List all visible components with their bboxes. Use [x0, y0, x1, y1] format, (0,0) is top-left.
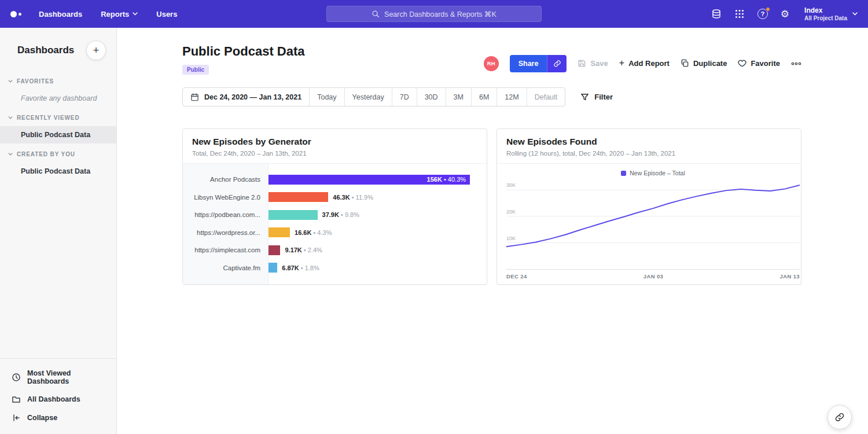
- x-axis-labels: DEC 24 JAN 03 JAN 13: [506, 270, 800, 284]
- date-preset-yesterday[interactable]: Yesterday: [344, 88, 392, 106]
- save-button[interactable]: Save: [578, 59, 608, 68]
- date-preset-3m[interactable]: 3M: [446, 88, 471, 106]
- bar-row: https://wordpress.or...16.6K • 4.3%: [183, 224, 475, 242]
- date-preset-6m[interactable]: 6M: [471, 88, 496, 106]
- nav-item-dashboards[interactable]: Dashboards: [39, 10, 82, 19]
- sidebar-footer: Most Viewed Dashboards All Dashboards Co…: [0, 358, 116, 434]
- most-viewed-dashboards-link[interactable]: Most Viewed Dashboards: [0, 365, 116, 390]
- primary-nav: Dashboards Reports Users: [39, 10, 177, 19]
- share-split-button: Share: [510, 55, 567, 72]
- sidebar: Dashboards + FAVORITES Favorite any dash…: [0, 28, 117, 434]
- share-button[interactable]: Share: [510, 55, 547, 72]
- bar-segment[interactable]: [269, 245, 280, 255]
- date-range-picker[interactable]: Dec 24, 2020 — Jan 13, 2021: [183, 88, 309, 106]
- collapse-icon: [12, 413, 21, 422]
- favorite-button[interactable]: Favorite: [738, 59, 780, 68]
- bar-value-label: 16.6K • 4.3%: [295, 229, 332, 236]
- clock-icon: [12, 373, 21, 382]
- svg-text:30K: 30K: [506, 182, 516, 188]
- main-content: Public Podcast Data Public RH Share Save…: [117, 28, 868, 434]
- global-search-input[interactable]: Search Dashboards & Reports ⌘K: [326, 6, 542, 22]
- help-icon[interactable]: ?: [757, 9, 768, 19]
- bar-segment[interactable]: [269, 227, 290, 237]
- more-options-button[interactable]: [791, 62, 801, 65]
- bar-category-label: https://wordpress.or...: [183, 229, 269, 236]
- bar-value-label: 9.17K • 2.4%: [285, 247, 322, 253]
- nav-item-reports[interactable]: Reports: [101, 10, 138, 19]
- project-selector[interactable]: Index All Project Data: [804, 6, 858, 22]
- duplicate-button[interactable]: Duplicate: [681, 59, 727, 68]
- card-subtitle: Rolling (12 hours), total, Dec 24th, 202…: [506, 150, 792, 157]
- sidebar-section-created-by-you: CREATED BY YOU Public Podcast Data: [0, 146, 116, 180]
- date-preset-default[interactable]: Default: [527, 88, 565, 106]
- section-header-favorites[interactable]: FAVORITES: [0, 73, 116, 90]
- section-label: CREATED BY YOU: [17, 151, 75, 157]
- chevron-down-icon: [133, 12, 138, 16]
- add-report-button[interactable]: + Add Report: [619, 59, 670, 68]
- legend-item[interactable]: New Episode – Total: [506, 164, 800, 179]
- line-chart-svg: 10K20K30K: [506, 179, 800, 269]
- data-source-icon[interactable]: [711, 9, 722, 19]
- bar-rows: Anchor Podcasts156K • 40.3%Libsyn WebEng…: [183, 171, 475, 277]
- date-preset-12m[interactable]: 12M: [496, 88, 526, 106]
- save-label: Save: [590, 59, 608, 68]
- bar-category-label: Captivate.fm: [183, 264, 269, 271]
- nav-item-users[interactable]: Users: [156, 10, 177, 19]
- bar-segment[interactable]: [269, 210, 318, 220]
- bar-segment[interactable]: [269, 263, 277, 273]
- card-new-episodes-by-generator: New Episodes by Generator Total, Dec 24t…: [182, 128, 487, 285]
- section-header-created-by-you[interactable]: CREATED BY YOU: [0, 146, 116, 163]
- bar-row: https://podbean.com...37.9K • 9.8%: [183, 206, 475, 224]
- sidebar-title: Dashboards: [17, 45, 74, 56]
- all-dashboards-link[interactable]: All Dashboards: [0, 390, 116, 409]
- filter-button[interactable]: Filter: [580, 93, 613, 101]
- date-preset-today[interactable]: Today: [309, 88, 344, 106]
- chevron-down-icon: [8, 153, 13, 156]
- date-preset-7d[interactable]: 7D: [392, 88, 417, 106]
- bar-row: Libsyn WebEngine 2.046.3K • 11.9%: [183, 189, 475, 207]
- chevron-down-icon: [8, 80, 13, 83]
- chevron-down-icon: [8, 116, 13, 119]
- nav-label: Users: [156, 10, 177, 19]
- bar-chart: Anchor Podcasts156K • 40.3%Libsyn WebEng…: [183, 164, 487, 284]
- calendar-icon: [190, 93, 199, 101]
- legend-swatch: [621, 171, 626, 176]
- top-navbar: Dashboards Reports Users Search Dashboar…: [0, 0, 868, 28]
- share-link-button[interactable]: [547, 55, 567, 72]
- bar-segment[interactable]: 156K • 40.3%: [269, 175, 470, 185]
- sidebar-item-public-podcast-data[interactable]: Public Podcast Data: [0, 126, 116, 144]
- filter-label: Filter: [594, 93, 613, 101]
- new-dashboard-button[interactable]: +: [86, 41, 106, 60]
- footer-label: All Dashboards: [27, 395, 80, 403]
- plus-icon: +: [619, 58, 624, 68]
- folder-icon: [12, 395, 21, 404]
- date-toolbar: Dec 24, 2020 — Jan 13, 2021 TodayYesterd…: [182, 87, 801, 106]
- footer-label: Collapse: [27, 414, 57, 422]
- card-title: New Episodes by Generator: [192, 137, 477, 147]
- search-icon: [372, 10, 380, 18]
- card-subtitle: Total, Dec 24th, 2020 – Jan 13th, 2021: [192, 150, 477, 157]
- link-icon: [834, 412, 845, 422]
- x-tick: JAN 03: [643, 273, 664, 279]
- gear-icon[interactable]: ⚙: [781, 9, 789, 19]
- date-presets: TodayYesterday7D30D3M6M12MDefault: [309, 88, 565, 106]
- section-label: FAVORITES: [17, 78, 54, 84]
- date-preset-30d[interactable]: 30D: [417, 88, 446, 106]
- sidebar-item-public-podcast-data[interactable]: Public Podcast Data: [0, 163, 116, 180]
- x-tick: JAN 13: [779, 273, 800, 279]
- avatar[interactable]: RH: [484, 56, 499, 71]
- apps-grid-icon[interactable]: [734, 9, 745, 19]
- page-title: Public Podcast Data: [182, 44, 305, 59]
- more-dots-icon: [791, 62, 801, 65]
- share-link-fab[interactable]: [827, 405, 852, 429]
- collapse-sidebar-button[interactable]: Collapse: [0, 409, 116, 427]
- bar-segment[interactable]: [269, 192, 328, 202]
- logo-dot-large: [10, 11, 17, 17]
- app-logo[interactable]: [10, 11, 21, 17]
- section-header-recently-viewed[interactable]: RECENTLY VIEWED: [0, 109, 116, 126]
- bar-category-label: https://podbean.com...: [183, 211, 269, 218]
- page-actions: RH Share Save + Add Report Dup: [484, 52, 801, 75]
- project-name: Index: [804, 6, 847, 16]
- line-series[interactable]: [506, 185, 800, 247]
- navbar-right-cluster: ? ⚙ Index All Project Data: [711, 6, 858, 22]
